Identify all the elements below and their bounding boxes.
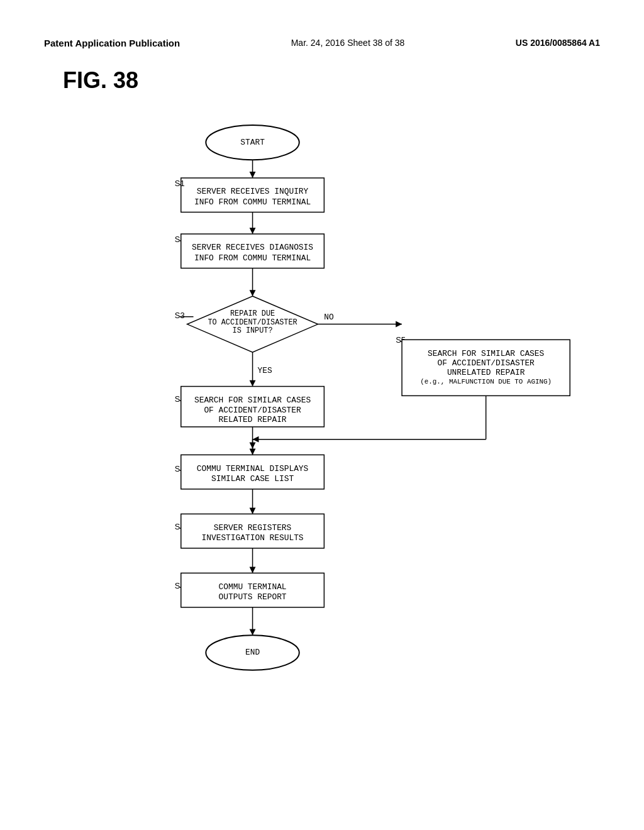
s1-text-line2: INFO FROM COMMU TERMINAL <box>194 197 311 207</box>
svg-marker-40 <box>250 629 256 635</box>
page: Patent Application Publication Mar. 24, … <box>0 0 644 830</box>
s2-text-line2: INFO FROM COMMU TERMINAL <box>194 253 311 263</box>
s5-text-line2: OF ACCIDENT/DISASTER <box>437 358 535 368</box>
s5-text-line3: UNRELATED REPAIR <box>447 368 525 377</box>
yes-label: YES <box>257 366 272 375</box>
header-patent-number: US 2016/0085864 A1 <box>516 38 600 48</box>
s6-text-line1: COMMU TERMINAL DISPLAYS <box>197 464 309 473</box>
svg-marker-32 <box>250 507 256 514</box>
s8-text-line2: OUTPUTS REPORT <box>219 592 287 602</box>
s5-text-line1: SEARCH FOR SIMILAR CASES <box>428 349 544 358</box>
no-label: NO <box>324 313 334 322</box>
s3-step-label: S3 <box>175 311 185 320</box>
end-node-text: END <box>245 648 260 657</box>
s8-text-line1: COMMU TERMINAL <box>219 582 287 592</box>
s1-step-label: S1 <box>175 179 185 188</box>
s4-text-line1: SEARCH FOR SIMILAR CASES <box>194 396 311 405</box>
s3-text-line1: REPAIR DUE <box>230 309 275 318</box>
svg-marker-19 <box>250 380 256 387</box>
s4-text-line2: OF ACCIDENT/DISASTER <box>204 406 301 415</box>
header-date-sheet: Mar. 24, 2016 Sheet 38 of 38 <box>291 38 405 48</box>
s3-text-line2: TO ACCIDENT/DISASTER <box>208 318 297 327</box>
svg-marker-2 <box>250 172 256 178</box>
s4-text-line3: RELATED REPAIR <box>219 415 287 424</box>
s6-text-line2: SIMILAR CASE LIST <box>211 474 294 484</box>
svg-marker-28 <box>250 448 256 455</box>
svg-marker-15 <box>396 321 402 328</box>
svg-marker-24 <box>253 436 259 443</box>
svg-marker-7 <box>250 228 256 234</box>
s3-text-line3: IS INPUT? <box>233 326 273 335</box>
flowchart-container: START S1 SERVER RECEIVES INQUIRY INFO FR… <box>75 119 600 716</box>
s1-text-line1: SERVER RECEIVES INQUIRY <box>197 187 309 196</box>
figure-title: FIG. 38 <box>63 67 600 94</box>
s7-text-line1: SERVER REGISTERS <box>214 523 292 533</box>
s2-text-line1: SERVER RECEIVES DIAGNOSIS <box>192 243 313 252</box>
s7-text-line2: INVESTIGATION RESULTS <box>202 533 304 543</box>
header: Patent Application Publication Mar. 24, … <box>44 38 600 48</box>
svg-marker-11 <box>250 290 256 296</box>
header-publication: Patent Application Publication <box>44 38 180 48</box>
flowchart-svg: START S1 SERVER RECEIVES INQUIRY INFO FR… <box>75 119 616 716</box>
svg-marker-36 <box>250 567 256 573</box>
s5-text-line4: (e.g., MALFUNCTION DUE TO AGING) <box>420 378 552 385</box>
start-node-text: START <box>240 138 265 147</box>
